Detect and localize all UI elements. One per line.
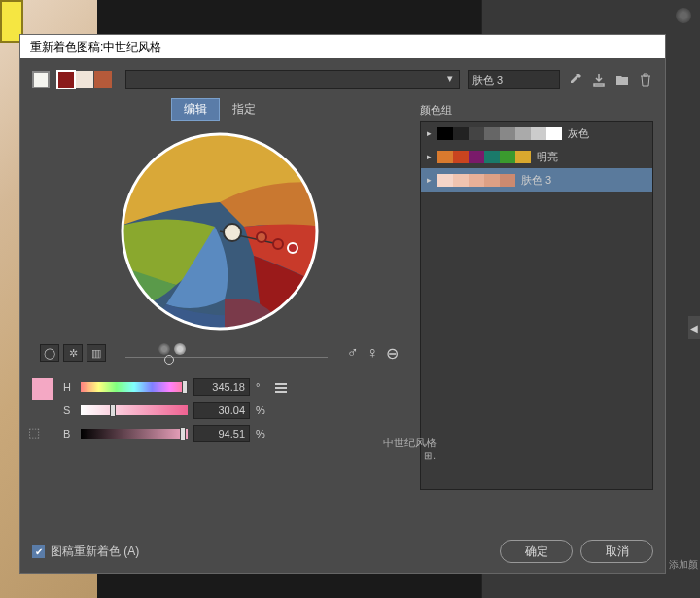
color-group-item[interactable]: ▸ 灰色	[421, 122, 652, 145]
brightness-slider[interactable]	[125, 343, 328, 363]
recolor-dialog: 重新着色图稿: 中世纪风格	[19, 34, 666, 574]
sat-label: S	[63, 405, 75, 416]
color-group-item[interactable]: ▸ 肤色 3	[421, 168, 652, 192]
right-sidebar: 添加颜	[666, 0, 700, 598]
hue-input[interactable]	[193, 378, 250, 396]
chevron-right-icon: ▸	[427, 175, 432, 185]
panel-icon[interactable]	[676, 8, 691, 23]
recolor-art-checkbox[interactable]: ✔ 图稿重新着色 (A)	[32, 544, 139, 560]
sat-slider[interactable]	[81, 405, 188, 415]
add-color-icon[interactable]: ♂	[347, 344, 359, 363]
swatch[interactable]	[57, 71, 75, 88]
segmented-wheel-button[interactable]: ✲	[63, 344, 83, 362]
link-harmony-icon[interactable]: ⊖	[386, 344, 399, 363]
bars-button[interactable]: ▥	[87, 344, 106, 362]
hue-label: H	[63, 381, 75, 393]
svg-point-5	[257, 232, 266, 242]
active-colors-swatch[interactable]	[32, 71, 50, 88]
eyedropper-icon[interactable]	[568, 72, 583, 88]
bri-input[interactable]	[193, 425, 250, 442]
current-color-swatch[interactable]	[32, 378, 53, 400]
sat-input[interactable]	[193, 402, 250, 419]
swatch[interactable]	[94, 71, 112, 88]
chevron-right-icon: ▸	[427, 152, 432, 161]
hue-slider[interactable]	[81, 382, 188, 392]
collapse-panel-icon[interactable]: ◀	[688, 316, 700, 339]
source-artwork-label: 中世纪风格 ⊞.	[383, 436, 437, 461]
tab-edit[interactable]: 编辑	[172, 99, 219, 120]
preset-swatches	[57, 71, 112, 88]
color-groups-label: 颜色组	[420, 103, 653, 118]
trash-icon[interactable]	[638, 72, 653, 88]
save-group-icon[interactable]	[591, 72, 607, 88]
preset-name-input[interactable]	[468, 70, 560, 89]
bri-slider[interactable]	[81, 429, 188, 439]
preset-dropdown[interactable]	[125, 70, 460, 89]
folder-icon[interactable]	[614, 72, 630, 88]
remove-color-icon[interactable]: ♀	[367, 344, 378, 363]
cancel-button[interactable]: 取消	[580, 540, 653, 563]
chevron-right-icon: ▸	[427, 128, 432, 138]
svg-point-4	[224, 224, 241, 241]
bri-label: B	[63, 428, 75, 440]
svg-point-7	[288, 243, 298, 253]
color-wheel[interactable]	[118, 129, 322, 334]
color-groups-list: ▸ 灰色 ▸ 明亮 ▸	[420, 121, 653, 490]
color-mode-icon[interactable]: ⬚	[28, 425, 40, 440]
sidebar-label: 添加颜	[669, 558, 698, 572]
color-group-item[interactable]: ▸ 明亮	[421, 145, 652, 168]
ok-button[interactable]: 确定	[500, 540, 573, 563]
tab-assign[interactable]: 指定	[221, 99, 267, 120]
smooth-wheel-button[interactable]: ◯	[40, 344, 59, 362]
swatch[interactable]	[76, 71, 93, 88]
svg-point-6	[273, 239, 283, 249]
slider-menu-icon[interactable]	[275, 383, 287, 393]
dialog-title: 重新着色图稿: 中世纪风格	[20, 35, 665, 58]
